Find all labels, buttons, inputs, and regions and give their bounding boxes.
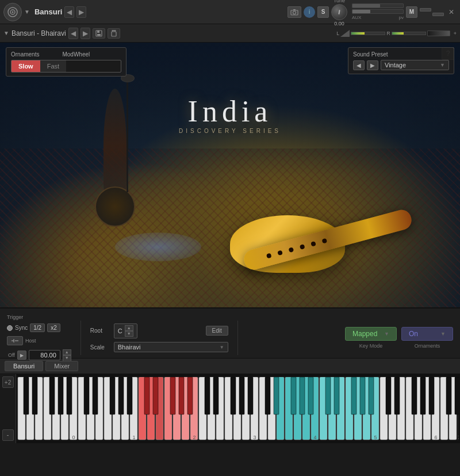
preset-dropdown[interactable]: Vintage ▼	[381, 60, 449, 70]
right-level-bar	[392, 32, 426, 35]
svg-rect-85	[213, 377, 218, 414]
slow-option[interactable]: Slow	[12, 60, 40, 72]
second-bar: ▼ Bansuri - Bhairavi ◀ ▶ L R +	[0, 24, 460, 43]
root-label: Root	[90, 328, 110, 334]
svg-rect-90	[274, 377, 279, 414]
octave-up-button[interactable]: +2	[2, 376, 14, 388]
svg-text:7: 7	[457, 435, 459, 440]
octave-down-button[interactable]: -	[2, 429, 14, 441]
keyboard-keys: /* SVG keys drawn inline */	[17, 377, 459, 440]
key-ornament-section: Mapped ▼ Key Mode On ▼ Ornaments	[345, 327, 453, 349]
save-icon-button[interactable]	[93, 28, 105, 39]
preset-nav-next[interactable]: ▶	[367, 60, 378, 70]
solo-button[interactable]: S	[317, 6, 329, 18]
ornaments-button[interactable]: On ▼	[401, 327, 453, 341]
preset-value: Vintage	[385, 62, 406, 68]
svg-rect-87	[239, 377, 244, 414]
svg-rect-100	[394, 377, 400, 414]
divider-1	[80, 321, 81, 355]
svg-rect-86	[231, 377, 236, 414]
svg-rect-77	[118, 377, 124, 414]
key-mode-value: Mapped	[352, 330, 377, 338]
piano-area: +2 - /* SVG keys drawn inline */	[0, 374, 460, 443]
instrument-next-button[interactable]: ▶	[76, 6, 86, 18]
preset-prev-button[interactable]: ◀	[68, 28, 78, 39]
tempo-display[interactable]: 80.00	[29, 350, 60, 360]
root-select[interactable]: C ▲ ▼	[114, 323, 137, 339]
sound-preset-panel: Sound Preset ◀ ▶ Vintage ▼	[348, 47, 454, 74]
play-button[interactable]: ▶	[17, 351, 26, 360]
left-level-bar	[351, 32, 385, 35]
svg-rect-81	[170, 377, 175, 414]
ornaments-section-label: Ornaments	[415, 343, 440, 349]
delete-icon-button[interactable]	[108, 28, 120, 39]
close-button[interactable]: ✕	[446, 7, 457, 17]
host-icon	[7, 336, 23, 345]
app-logo	[3, 3, 22, 21]
svg-rect-79	[144, 377, 150, 414]
svg-rect-80	[153, 377, 158, 414]
tune-knob[interactable]	[331, 4, 347, 20]
svg-rect-76	[110, 377, 115, 414]
root-down-button[interactable]: ▼	[125, 331, 133, 337]
svg-text:0: 0	[72, 435, 75, 440]
svg-rect-97	[360, 377, 365, 414]
modwheel-label: ModWheel	[62, 51, 90, 58]
info-button[interactable]: i	[304, 6, 315, 18]
ornaments-value: On	[409, 330, 418, 338]
edit-button[interactable]: Edit	[206, 326, 228, 336]
key-mode-button[interactable]: Mapped ▼	[345, 327, 397, 341]
root-value: C	[118, 328, 122, 334]
scale-label: Scale	[90, 344, 110, 351]
root-scale-section: Root C ▲ ▼ Edit Scale Bhairavi ▼	[90, 323, 228, 353]
svg-rect-70	[32, 377, 37, 414]
camera-button[interactable]	[288, 6, 301, 18]
preset-dropdown-arrow: ▼	[440, 62, 445, 68]
tab-bansuri[interactable]: Bansuri	[5, 361, 43, 371]
svg-rect-9	[112, 32, 116, 36]
level-bar-top	[352, 3, 404, 8]
x2-button[interactable]: x2	[47, 323, 60, 332]
trigger-label: Trigger	[7, 314, 23, 320]
svg-rect-5	[293, 9, 296, 10]
svg-rect-73	[67, 377, 72, 414]
volume-meter: L R +	[336, 30, 457, 37]
piano-svg: /* SVG keys drawn inline */	[17, 377, 459, 440]
tempo-up-button[interactable]: ▲	[63, 349, 71, 355]
svg-rect-99	[386, 377, 391, 414]
ornaments-header-label: Ornaments	[11, 51, 39, 58]
svg-rect-7	[97, 31, 99, 33]
svg-text:5: 5	[374, 435, 377, 440]
host-label: Host	[25, 338, 36, 344]
key-mode-label: Key Mode	[359, 343, 383, 349]
level-bar-bottom	[352, 9, 404, 14]
svg-rect-103	[429, 377, 434, 414]
instrument-prev-button[interactable]: ◀	[64, 6, 74, 18]
trigger-section: Trigger Sync 1/2 x2 Host Off ▶ 80.00 ▲	[7, 314, 71, 361]
scale-value: Bhairavi	[118, 344, 141, 351]
preset-next-button[interactable]: ▶	[80, 28, 90, 39]
svg-rect-72	[58, 377, 63, 414]
svg-rect-92	[300, 377, 305, 414]
tab-mixer[interactable]: Mixer	[45, 361, 78, 371]
piano-keyboard: /* SVG keys drawn inline */	[16, 374, 460, 443]
ornaments-slider[interactable]: Slow Fast	[11, 60, 121, 73]
fast-option[interactable]: Fast	[40, 60, 66, 72]
mute-button[interactable]: M	[406, 6, 417, 18]
preset-nav-prev[interactable]: ◀	[353, 60, 365, 70]
ornaments-group: On ▼ Ornaments	[401, 327, 453, 349]
scale-dropdown-arrow: ▼	[220, 345, 224, 350]
svg-rect-96	[351, 377, 356, 414]
svg-point-4	[293, 11, 296, 14]
svg-rect-102	[420, 377, 425, 414]
preset-name: Bansuri - Bhairavi	[12, 29, 66, 37]
svg-text:2: 2	[193, 435, 195, 440]
root-up-button[interactable]: ▲	[125, 325, 133, 331]
svg-rect-82	[179, 377, 184, 414]
svg-rect-83	[187, 377, 193, 414]
scale-dropdown[interactable]: Bhairavi ▼	[114, 342, 228, 352]
svg-rect-89	[265, 377, 270, 414]
svg-rect-104	[446, 377, 451, 414]
svg-text:1: 1	[132, 435, 135, 440]
fraction-button[interactable]: 1/2	[30, 323, 45, 332]
